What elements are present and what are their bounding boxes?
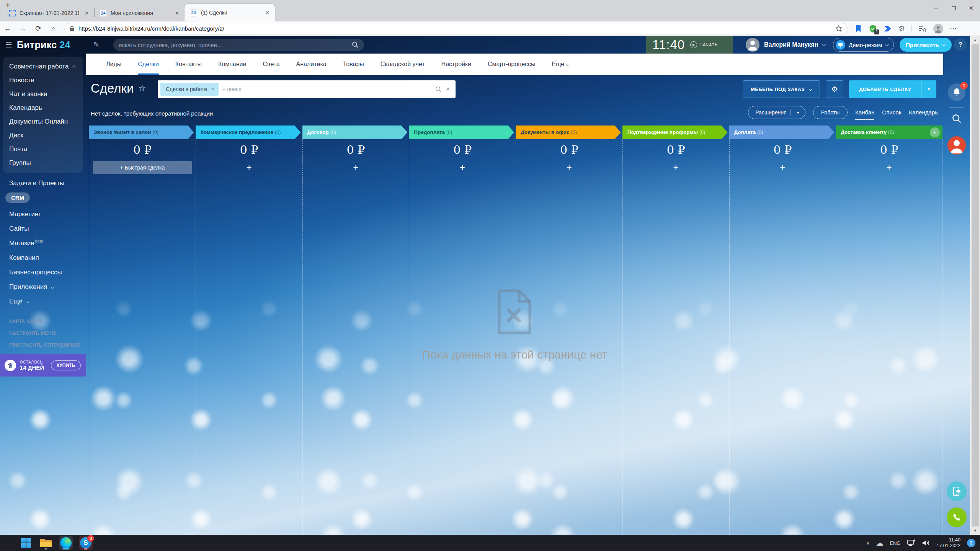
file-explorer-button[interactable] xyxy=(39,536,53,550)
onedrive-icon[interactable]: ☁ xyxy=(876,539,883,548)
quick-deal-button[interactable]: + Быстрая сделка xyxy=(93,161,192,174)
settings-gear-button[interactable]: ⚙ xyxy=(826,80,843,98)
sidebar-item[interactable]: Документы Онлайн xyxy=(3,115,83,129)
robots-pill[interactable]: Роботы xyxy=(813,106,848,119)
sidebar-item[interactable]: Чат и звонки xyxy=(3,87,83,101)
help-button[interactable]: ? xyxy=(954,38,967,51)
kanban-column-header[interactable]: Подтверждение проформы(0) + xyxy=(622,126,728,139)
sidebar-item[interactable]: Магазинbeta xyxy=(0,234,86,248)
crm-nav-tab[interactable]: Товары xyxy=(343,54,364,75)
gear-extension-icon[interactable]: ⚙ xyxy=(898,24,905,33)
crm-nav-tab[interactable]: Компании xyxy=(218,54,247,75)
sidebar-item[interactable]: Приложения xyxy=(0,277,86,292)
global-search[interactable] xyxy=(113,39,364,51)
buy-button[interactable]: КУПИТЬ xyxy=(51,360,81,370)
scroll-up-arrow[interactable]: ▲ xyxy=(970,36,980,44)
start-button[interactable] xyxy=(19,536,33,550)
clear-filter-icon[interactable]: ✕ xyxy=(446,86,450,92)
kanban-column-header[interactable]: Коммерческое предложение(0) + xyxy=(196,126,301,139)
tab-close-icon[interactable]: ✕ xyxy=(83,10,90,17)
chip-remove-icon[interactable]: ✕ xyxy=(211,86,215,92)
volume-icon[interactable] xyxy=(922,539,930,547)
add-deal-dropdown[interactable]: ▾ xyxy=(921,80,936,98)
kanban-column-header[interactable]: Предоплата(0) + xyxy=(409,126,514,139)
crm-nav-tab[interactable]: Смарт-процессы xyxy=(488,54,536,75)
language-indicator[interactable]: ENG xyxy=(890,540,900,546)
forward-button[interactable]: → xyxy=(15,24,31,33)
add-stage-icon[interactable]: + xyxy=(930,127,940,137)
view-tab[interactable]: Календарь xyxy=(909,109,938,116)
add-deal-plus-button[interactable]: + xyxy=(887,161,892,174)
refresh-button[interactable]: ⟳ xyxy=(31,24,46,33)
url-bar[interactable] xyxy=(64,23,848,34)
filter-bar[interactable]: Сделки в работе ✕ ✕ xyxy=(158,80,456,98)
sidebar-item-crm[interactable]: CRM xyxy=(0,191,86,205)
add-deal-plus-button[interactable]: + xyxy=(780,161,785,174)
sidebar-item[interactable]: Группы xyxy=(3,156,83,170)
search-icon[interactable] xyxy=(952,114,962,124)
user-menu[interactable]: Валерий Манукян xyxy=(746,38,825,52)
network-icon[interactable] xyxy=(907,539,915,547)
view-tab[interactable]: Канбан xyxy=(855,109,874,116)
sidebar-item[interactable]: Почта xyxy=(3,142,83,156)
shield-extension-wrap[interactable]: 1 xyxy=(869,24,877,33)
window-minimize-button[interactable] xyxy=(927,0,945,16)
kanban-column-header[interactable]: Договор(0) + xyxy=(302,126,408,139)
add-deal-plus-button[interactable]: + xyxy=(247,161,252,174)
sidebar-item[interactable]: Ещё xyxy=(0,292,86,306)
start-workday-button[interactable]: ▶ НАЧАТЬ xyxy=(690,41,718,48)
home-button[interactable]: ⌂ xyxy=(46,24,61,33)
filter-search-input[interactable] xyxy=(222,86,431,92)
tab-close-icon[interactable]: ✕ xyxy=(173,10,181,17)
invite-button[interactable]: Пригласить xyxy=(900,38,952,52)
telephony-button[interactable] xyxy=(947,507,967,527)
notification-count-badge[interactable]: 2 xyxy=(967,539,975,547)
work-clock-widget[interactable]: 11:40 ▶ НАЧАТЬ xyxy=(646,36,733,54)
ribbon-extension-icon[interactable] xyxy=(854,24,862,33)
sidebar-item[interactable]: Новости xyxy=(3,73,83,87)
sidebar-item[interactable]: Маркетинг xyxy=(0,205,86,219)
sidebar-item[interactable]: Диск xyxy=(3,129,83,142)
hamburger-menu-icon[interactable]: ☰ xyxy=(5,40,12,49)
extensions-dropdown[interactable]: ▾ xyxy=(794,108,802,117)
filter-chip[interactable]: Сделки в работе ✕ xyxy=(160,83,219,96)
scrollbar-thumb[interactable] xyxy=(972,44,979,527)
browser-tab[interactable]: 24 Мои приложения ✕ xyxy=(94,5,185,21)
pencil-icon[interactable]: ✎ xyxy=(93,41,99,49)
browser-tab[interactable]: 24 Скриншот 17-01-2022 11:25:45.j ✕ xyxy=(4,5,94,21)
kanban-column-header[interactable]: Доставка клиенту(0) + xyxy=(836,126,942,139)
window-restore-button[interactable] xyxy=(945,0,962,16)
search-icon[interactable] xyxy=(435,86,442,93)
add-deal-plus-button[interactable]: + xyxy=(353,161,358,174)
sidebar-item[interactable]: Календарь xyxy=(3,101,83,115)
add-deal-plus-button[interactable]: + xyxy=(460,161,465,174)
sidebar-footer-link[interactable]: НАСТРОИТЬ МЕНЮ xyxy=(0,328,86,339)
demo-mode-button[interactable]: Демо-режим xyxy=(833,38,894,52)
collections-icon[interactable] xyxy=(918,25,927,33)
crm-nav-tab[interactable]: Еще xyxy=(552,54,569,75)
back-button[interactable]: ← xyxy=(0,24,15,33)
add-deal-button[interactable]: ДОБАВИТЬ СДЕЛКУ xyxy=(849,80,921,98)
sidebar-item-tasks[interactable]: Задачи и Проекты xyxy=(0,176,86,191)
bitrix24-logo[interactable]: Битрикс 24 xyxy=(17,39,70,51)
kanban-column-header[interactable]: Звонок /визит в салон(0) + xyxy=(89,126,194,139)
crm-nav-tab[interactable]: Складской учет xyxy=(381,54,425,75)
profile-avatar[interactable] xyxy=(947,136,966,155)
edge-button[interactable] xyxy=(59,536,73,550)
taskbar-clock[interactable]: 11:40 17.01.2022 xyxy=(936,537,960,549)
sidebar-footer-link[interactable]: КАРТА САЙТА xyxy=(0,316,86,328)
notifications-button[interactable]: 1 xyxy=(948,83,965,101)
sidebar-item[interactable]: Совместная работа xyxy=(3,60,83,73)
flow-extension-icon[interactable] xyxy=(884,25,892,33)
crm-nav-tab[interactable]: Контакты xyxy=(175,54,202,75)
sidebar-item[interactable]: Сайты xyxy=(0,219,86,234)
window-close-button[interactable]: ✕ xyxy=(962,0,980,16)
extensions-pill[interactable]: Расширения ▾ xyxy=(748,106,805,119)
funnel-select-button[interactable]: МЕБЕЛЬ ПОД ЗАКАЗ xyxy=(743,80,820,98)
add-deal-plus-button[interactable]: + xyxy=(567,161,572,174)
browser-scrollbar[interactable]: ▲ ▼ xyxy=(970,36,980,535)
sidebar-footer-link[interactable]: ПРИГЛАСИТЬ СОТРУДНИКОВ xyxy=(0,339,86,351)
tray-expand-icon[interactable]: ∧ xyxy=(866,540,869,546)
scroll-down-arrow[interactable]: ▼ xyxy=(970,527,980,535)
url-input[interactable] xyxy=(78,25,831,32)
